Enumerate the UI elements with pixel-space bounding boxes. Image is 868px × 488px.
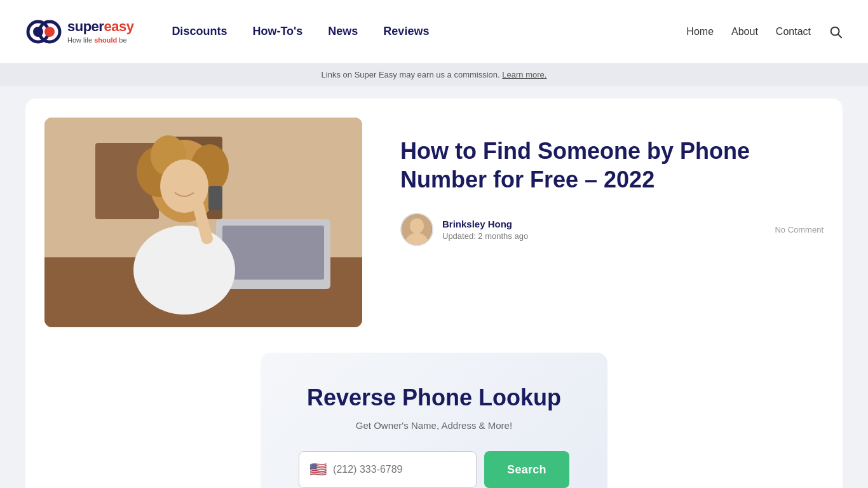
article-info: How to Find Someone by Phone Number for … xyxy=(400,118,824,246)
search-button[interactable] xyxy=(829,25,843,39)
disclaimer-link[interactable]: Learn more. xyxy=(502,70,546,79)
logo-super: super xyxy=(67,18,104,34)
main-content: How to Find Someone by Phone Number for … xyxy=(0,86,868,488)
article-top: How to Find Someone by Phone Number for … xyxy=(44,118,824,327)
nav-reviews[interactable]: Reviews xyxy=(383,25,429,38)
nav-howtos[interactable]: How-To's xyxy=(252,25,302,38)
author-updated: Updated: 2 months ago xyxy=(442,231,766,241)
nav-about[interactable]: About xyxy=(731,26,758,37)
logo-icon xyxy=(25,13,62,50)
primary-nav: Discounts How-To's News Reviews xyxy=(172,25,686,38)
nav-home[interactable]: Home xyxy=(686,26,714,37)
svg-line-5 xyxy=(838,34,841,37)
logo-easy: easy xyxy=(104,18,133,34)
search-submit-button[interactable]: Search xyxy=(484,451,569,488)
author-name: Brinksley Hong xyxy=(442,219,766,229)
lookup-subtitle: Get Owner's Name, Address & More! xyxy=(299,420,569,431)
logo[interactable]: supereasy How life should be xyxy=(25,13,133,50)
nav-news[interactable]: News xyxy=(328,25,358,38)
disclaimer-text: Links on Super Easy may earn us a commis… xyxy=(322,70,500,79)
phone-input-wrapper: 🇺🇸 xyxy=(299,451,477,488)
lookup-widget: Reverse Phone Lookup Get Owner's Name, A… xyxy=(261,353,607,488)
logo-text: supereasy How life should be xyxy=(67,19,133,43)
site-header: supereasy How life should be Discounts H… xyxy=(0,0,868,64)
svg-point-2 xyxy=(33,27,43,37)
author-avatar xyxy=(400,213,433,246)
author-section: Brinksley Hong Updated: 2 months ago No … xyxy=(400,213,824,246)
disclaimer-bar: Links on Super Easy may earn us a commis… xyxy=(0,64,868,86)
logo-tagline: How life should be xyxy=(67,36,133,44)
svg-point-3 xyxy=(44,27,55,37)
svg-point-18 xyxy=(133,226,235,315)
lookup-input-row: 🇺🇸 Search xyxy=(299,451,569,488)
secondary-nav: Home About Contact xyxy=(686,25,843,39)
nav-contact[interactable]: Contact xyxy=(776,26,811,37)
svg-rect-12 xyxy=(222,226,324,280)
phone-input[interactable] xyxy=(333,464,466,475)
search-icon xyxy=(829,25,843,39)
no-comment: No Comment xyxy=(775,225,824,234)
article-card: How to Find Someone by Phone Number for … xyxy=(25,98,843,488)
article-image xyxy=(44,118,362,327)
svg-point-22 xyxy=(410,218,424,233)
flag-icon: 🇺🇸 xyxy=(309,461,327,478)
nav-discounts[interactable]: Discounts xyxy=(172,25,227,38)
svg-rect-20 xyxy=(208,186,222,210)
author-details: Brinksley Hong Updated: 2 months ago xyxy=(442,219,766,241)
article-title: How to Find Someone by Phone Number for … xyxy=(400,137,824,194)
lookup-title: Reverse Phone Lookup xyxy=(299,384,569,411)
